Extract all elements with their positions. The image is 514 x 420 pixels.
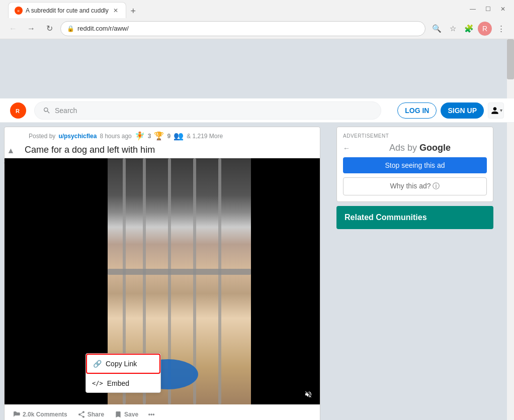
google-text: Google: [419, 143, 451, 153]
sidebar-column: ADVERTISEMENT ← Ads by Google Stop seein…: [336, 123, 493, 420]
posted-by-label: Posted by: [29, 133, 55, 140]
url-text: reddit.com/r/aww/: [77, 25, 419, 32]
title-bar: R A subreddit for cute and cuddly ✕ + — …: [0, 0, 514, 18]
browser-frame: R A subreddit for cute and cuddly ✕ + — …: [0, 0, 514, 420]
save-button[interactable]: Save: [110, 407, 142, 420]
embed-item[interactable]: </> Embed: [86, 374, 160, 392]
save-label: Save: [124, 411, 138, 418]
reddit-logo[interactable]: R: [10, 102, 26, 119]
tab-close-button[interactable]: ✕: [112, 7, 120, 15]
embed-label: Embed: [107, 379, 129, 387]
award-emoji-3: 👥: [174, 131, 184, 141]
minimize-button[interactable]: —: [466, 2, 480, 16]
reload-button[interactable]: ↻: [42, 22, 56, 36]
forward-button[interactable]: →: [24, 22, 38, 36]
browser-tab[interactable]: R A subreddit for cute and cuddly ✕: [8, 2, 126, 18]
search-icon-btn[interactable]: 🔍: [430, 22, 444, 36]
comments-button[interactable]: 2.0k Comments: [9, 407, 71, 420]
embed-icon: </>: [92, 380, 103, 387]
main-layout: ▲ 109k ▼ Posted by u/psychicflea 8 hours…: [0, 123, 514, 420]
close-button[interactable]: ✕: [496, 2, 510, 16]
more-actions-button[interactable]: •••: [144, 407, 158, 420]
stop-ad-button[interactable]: Stop seeing this ad: [343, 157, 487, 173]
award-emoji-2: 🏆: [154, 131, 164, 141]
url-bar[interactable]: 🔒 reddit.com/r/aww/: [60, 21, 425, 36]
extension-icon-btn[interactable]: 🧩: [462, 22, 476, 36]
related-communities-section: Related Communities: [336, 206, 493, 229]
back-button[interactable]: ←: [6, 22, 20, 36]
login-button[interactable]: LOG IN: [397, 102, 437, 119]
post-content: ▲ 109k ▼ Posted by u/psychicflea 8 hours…: [4, 127, 320, 420]
ads-by-google: Ads by Google: [353, 143, 487, 153]
reddit-header: R Search LOG IN SIGN UP ▾: [0, 98, 514, 123]
ad-back-button[interactable]: ←: [343, 144, 350, 152]
comments-count: 2.0k Comments: [23, 411, 67, 418]
page-content: R Search LOG IN SIGN UP ▾: [0, 39, 514, 420]
copy-link-icon: 🔗: [93, 360, 102, 368]
post-actions: 2.0k Comments Share Save •••: [5, 404, 320, 420]
reddit-favicon: R: [15, 7, 23, 15]
related-communities-title: Related Communities: [345, 213, 427, 222]
award-emoji-1: 🧚: [135, 131, 145, 141]
post-image: [5, 158, 320, 404]
search-placeholder: Search: [55, 107, 77, 115]
tab-title: A subreddit for cute and cuddly: [26, 7, 109, 14]
post-image-container: [5, 158, 320, 404]
share-label: Share: [88, 411, 104, 418]
signup-button[interactable]: SIGN UP: [441, 102, 484, 119]
address-bar: ← → ↻ 🔒 reddit.com/r/aww/ 🔍 ☆ 🧩 R ⋮: [0, 18, 514, 39]
post-header: Posted by u/psychicflea 8 hours ago 🧚 3 …: [5, 127, 320, 141]
header-actions: LOG IN SIGN UP ▾: [397, 102, 504, 119]
bookmark-icon-btn[interactable]: ☆: [446, 22, 460, 36]
why-ad-button[interactable]: Why this ad? ⓘ: [343, 177, 487, 195]
new-tab-button[interactable]: +: [126, 4, 140, 18]
copy-link-item[interactable]: 🔗 Copy Link: [86, 354, 160, 374]
upvote-button[interactable]: ▲: [5, 145, 17, 157]
post-time: 8 hours ago: [100, 133, 131, 140]
search-bar[interactable]: Search: [34, 101, 381, 120]
award-count-1: 3: [148, 133, 151, 140]
share-button[interactable]: Share: [73, 407, 108, 420]
ad-label: ADVERTISEMENT: [343, 133, 487, 139]
award-count-2: 9: [167, 133, 170, 140]
post-card: ▲ 109k ▼ Posted by u/psychicflea 8 hours…: [0, 127, 324, 420]
svg-text:R: R: [18, 9, 20, 12]
menu-icon-btn[interactable]: ⋮: [494, 22, 508, 36]
ads-by-text: Ads by: [389, 143, 417, 153]
user-menu-button[interactable]: ▾: [488, 102, 504, 119]
lock-icon: 🔒: [67, 25, 74, 32]
mute-button[interactable]: [301, 388, 316, 400]
more-awards: & 1,219 More: [187, 133, 223, 140]
svg-text:R: R: [16, 108, 20, 114]
copy-link-dropdown: 🔗 Copy Link </> Embed: [85, 353, 161, 393]
copy-link-label: Copy Link: [106, 360, 137, 368]
post-author[interactable]: u/psychicflea: [58, 133, 97, 140]
post-column: ▲ 109k ▼ Posted by u/psychicflea 8 hours…: [0, 123, 324, 420]
profile-icon-btn[interactable]: R: [478, 22, 492, 36]
maximize-button[interactable]: ☐: [481, 2, 495, 16]
advertisement-section: ADVERTISEMENT ← Ads by Google Stop seein…: [336, 127, 493, 202]
browser-toolbar: 🔍 ☆ 🧩 R ⋮: [430, 22, 508, 36]
post-title[interactable]: Came for a dog and left with him: [5, 141, 320, 158]
svg-text:R: R: [482, 25, 487, 33]
